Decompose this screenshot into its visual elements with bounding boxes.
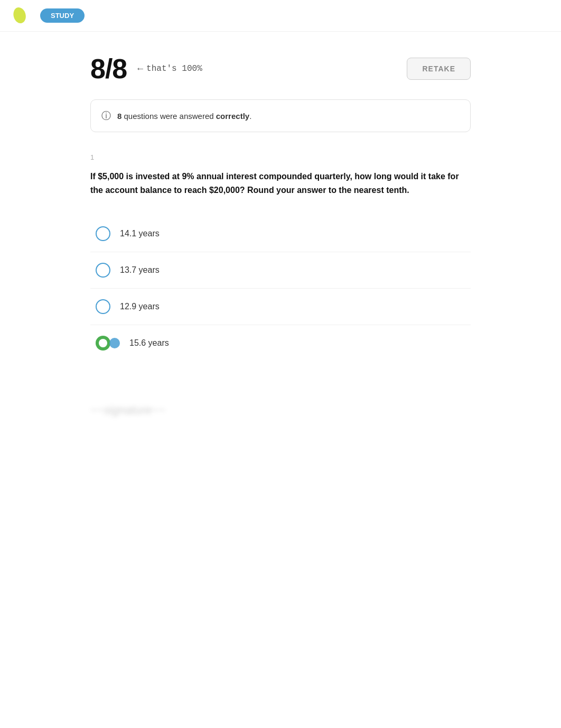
info-text-after: . [249,112,251,121]
retake-button[interactable]: RETAKE [407,58,471,80]
info-text: 8 questions were answered correctly. [117,112,251,121]
score-comment-text: that's 100% [146,64,202,73]
bottom-signature: ~~signature~~ [90,403,196,417]
option-label-1: 14.1 years [120,229,160,238]
navbar: STUDY [0,0,561,32]
score-display: 8/8 [90,53,127,85]
question-text: If $5,000 is invested at 9% annual inter… [90,170,471,197]
list-item[interactable]: 13.7 years [90,252,471,289]
nav-pill[interactable]: STUDY [40,8,85,23]
option-label-4: 15.6 years [129,338,169,348]
radio-option-4-group [96,336,120,351]
score-comment: ← that's 100% [137,63,202,74]
radio-option-1[interactable] [96,226,110,241]
info-text-before: questions were answered [121,112,216,121]
score-left: 8/8 ← that's 100% [90,53,202,85]
score-section: 8/8 ← that's 100% RETAKE [90,53,471,85]
radio-correct-inner [99,339,107,347]
main-content: 8/8 ← that's 100% RETAKE ⓘ 8 questions w… [80,32,481,449]
svg-point-0 [12,6,27,24]
radio-correct-outer[interactable] [96,336,110,351]
options-list: 14.1 years 13.7 years 12.9 years 15.6 ye… [90,216,471,361]
radio-option-2[interactable] [96,263,110,278]
list-item[interactable]: 14.1 years [90,216,471,252]
arrow-icon: ← [137,63,143,74]
info-text-strong: correctly [216,112,249,121]
radio-selected-indicator [109,338,120,348]
list-item[interactable]: 15.6 years [90,325,471,361]
info-banner: ⓘ 8 questions were answered correctly. [90,99,471,132]
radio-option-3[interactable] [96,299,110,314]
logo-icon [11,5,32,26]
option-label-2: 13.7 years [120,265,160,275]
option-label-3: 12.9 years [120,302,160,311]
info-icon: ⓘ [101,109,111,122]
list-item[interactable]: 12.9 years [90,289,471,325]
question-number: 1 [90,153,471,161]
